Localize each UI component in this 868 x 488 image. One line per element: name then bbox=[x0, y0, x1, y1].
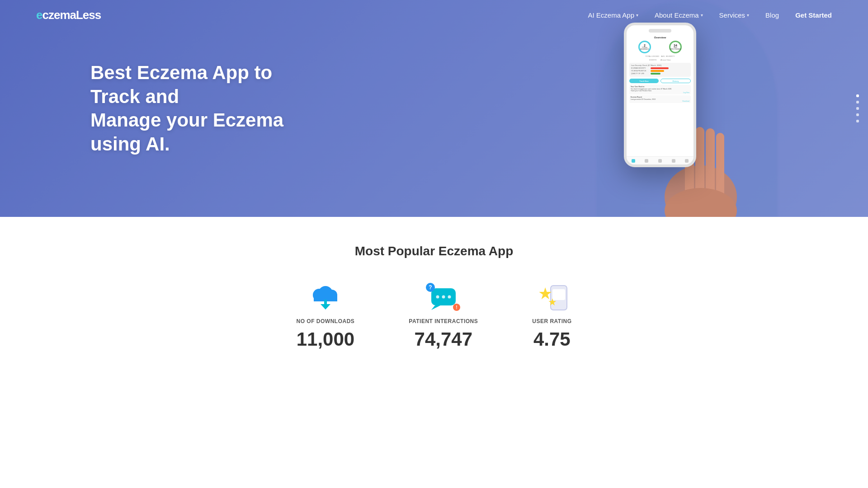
nav-item-ai-eczema-app[interactable]: AI Eczema App ▾ bbox=[588, 11, 638, 19]
hero-section: Best Eczema App to Track and Manage your… bbox=[0, 0, 868, 217]
scroll-dot-4[interactable] bbox=[856, 113, 859, 116]
nav-item-services[interactable]: Services ▾ bbox=[719, 11, 750, 19]
stats-grid: NO OF DOWNLOADS 11,000 ? bbox=[36, 281, 832, 349]
phone-bottom-nav bbox=[627, 156, 693, 164]
phone-buttons: Track Now History bbox=[629, 79, 691, 83]
stat-downloads: NO OF DOWNLOADS 11,000 bbox=[297, 281, 355, 349]
svg-point-14 bbox=[436, 296, 439, 299]
scroll-dot-3[interactable] bbox=[856, 107, 859, 110]
phone-circles: 23 dosesADHERENCE 34daysEFFECTIVENESS bbox=[629, 41, 691, 53]
interactions-label: PATIENT INTERACTIONS bbox=[409, 318, 478, 324]
rating-icon-container: ★ ★ bbox=[534, 281, 570, 313]
nav-item-get-started[interactable]: Get Started bbox=[795, 11, 832, 19]
logo[interactable]: eczemaLess bbox=[36, 8, 101, 22]
downloads-label: NO OF DOWNLOADS bbox=[297, 318, 355, 324]
phone-stats: Last Severity Check (07 March, 2020) ECZ… bbox=[629, 63, 691, 77]
svg-text:★: ★ bbox=[548, 296, 557, 308]
stat-rating: ★ ★ USER RATING 4.75 bbox=[532, 281, 571, 349]
interactions-value: 74,747 bbox=[415, 330, 472, 349]
nav-item-blog[interactable]: Blog bbox=[765, 11, 779, 19]
dropdown-caret: ▾ bbox=[636, 13, 638, 18]
nav-item-about-eczema[interactable]: About Eczema ▾ bbox=[655, 11, 703, 19]
phone-care-routine: Your Care Routine You haven't logged you… bbox=[629, 85, 691, 94]
stats-section: Most Popular Eczema App NO OF DOWNLOADS … bbox=[0, 217, 868, 385]
scroll-dot-2[interactable] bbox=[856, 101, 859, 103]
adherence-circle: 23 dosesADHERENCE bbox=[638, 41, 651, 53]
svg-point-16 bbox=[448, 296, 451, 299]
star-rating-icon: ★ ★ bbox=[534, 282, 570, 312]
phone-screen: Overview 23 dosesADHERENCE 34daysEFFECTI… bbox=[627, 34, 693, 106]
hero-title: Best Eczema App to Track and Manage your… bbox=[90, 61, 316, 156]
stats-title: Most Popular Eczema App bbox=[36, 244, 832, 258]
svg-text:?: ? bbox=[429, 284, 432, 291]
nav-links: AI Eczema App ▾ About Eczema ▾ Services … bbox=[588, 11, 832, 19]
svg-marker-17 bbox=[431, 305, 440, 310]
scroll-dot-5[interactable] bbox=[856, 120, 859, 122]
phone-frame: Overview 23 dosesADHERENCE 34daysEFFECTI… bbox=[624, 23, 696, 167]
rating-label: USER RATING bbox=[532, 318, 571, 324]
phone-mockup: Overview 23 dosesADHERENCE 34daysEFFECTI… bbox=[624, 23, 696, 167]
svg-text:!: ! bbox=[456, 305, 457, 310]
svg-point-15 bbox=[442, 296, 445, 299]
dropdown-caret: ▾ bbox=[747, 13, 749, 18]
scroll-dots bbox=[856, 94, 859, 122]
hero-content: Best Eczema App to Track and Manage your… bbox=[0, 61, 316, 156]
rating-value: 4.75 bbox=[533, 330, 571, 349]
svg-marker-12 bbox=[321, 304, 330, 310]
navigation: eczemaLess AI Eczema App ▾ About Eczema … bbox=[0, 0, 868, 30]
phone-eczema-report: Eczema Report Last generated 22 December… bbox=[629, 95, 691, 103]
downloads-icon-container bbox=[307, 281, 344, 313]
downloads-value: 11,000 bbox=[297, 330, 354, 349]
stat-interactions: ? ! PATIENT INTERACTIONS 74,747 bbox=[409, 281, 478, 349]
interactions-icon-container: ? ! bbox=[425, 281, 462, 313]
scroll-dot-1[interactable] bbox=[856, 94, 859, 97]
effectiveness-circle: 34daysEFFECTIVENESS bbox=[669, 41, 682, 53]
cloud-download-icon bbox=[309, 283, 342, 310]
chat-icon: ? ! bbox=[426, 282, 461, 312]
dropdown-caret: ▾ bbox=[701, 13, 703, 18]
